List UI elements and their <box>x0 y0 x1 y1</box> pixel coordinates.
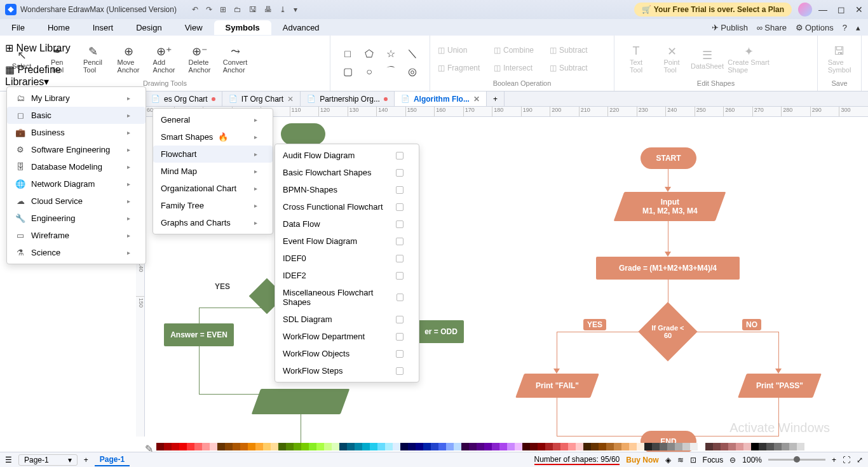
color-swatch[interactable] <box>385 443 393 450</box>
predefine-libraries-button[interactable]: ▦ Predefine Libraries▾ <box>5 64 94 88</box>
rounded-square-icon[interactable]: ▢ <box>338 64 357 79</box>
combine-button[interactable]: ◫ Combine <box>491 42 546 58</box>
open-icon[interactable]: 🗀 <box>234 5 241 14</box>
color-swatch[interactable] <box>522 443 530 450</box>
add-tab-button[interactable]: + <box>487 91 505 106</box>
color-swatch[interactable] <box>408 443 416 450</box>
star-shape-icon[interactable]: ☆ <box>381 46 400 62</box>
lib-menu-item[interactable]: ◻Basic▸ <box>7 107 146 124</box>
color-swatch[interactable] <box>362 443 370 450</box>
color-swatch[interactable] <box>278 443 286 450</box>
color-swatch[interactable] <box>339 443 347 450</box>
color-swatch[interactable] <box>431 443 438 450</box>
color-swatch[interactable] <box>271 443 278 450</box>
add-page-button[interactable]: + <box>84 456 88 464</box>
color-swatch[interactable] <box>759 443 766 450</box>
lib-menu-item[interactable]: 🌐Network Diagram▸ <box>7 175 146 193</box>
minimize-button[interactable]: — <box>818 4 827 15</box>
color-swatch[interactable] <box>225 443 233 450</box>
page-selector[interactable]: Page-1▾ <box>18 454 78 466</box>
spiral-shape-icon[interactable]: ◎ <box>403 64 422 79</box>
color-swatch[interactable] <box>682 443 690 450</box>
sub-menu-item[interactable]: Organizational Chart▸ <box>153 180 273 197</box>
color-swatch[interactable] <box>423 443 431 450</box>
undo-icon[interactable]: ↶ <box>192 5 198 14</box>
color-swatch[interactable] <box>621 443 629 450</box>
menu-tab-insert[interactable]: Insert <box>81 20 125 35</box>
lib-menu-item[interactable]: 🔧Engineering▸ <box>7 210 146 227</box>
color-swatch[interactable] <box>774 443 782 450</box>
color-swatch[interactable] <box>690 443 698 450</box>
color-swatch[interactable] <box>461 443 469 450</box>
doc-tab[interactable]: 📄Partnership Org... <box>301 91 395 106</box>
move-anchor-tool[interactable]: ⊕Move Anchor <box>112 44 145 74</box>
color-swatch[interactable] <box>446 443 454 450</box>
more-icon[interactable]: ▾ <box>294 5 297 14</box>
color-swatch[interactable] <box>530 443 538 450</box>
options-button[interactable]: ⚙ Options <box>796 23 834 32</box>
color-swatch[interactable] <box>355 443 362 450</box>
start-terminal[interactable]: START <box>641 147 696 169</box>
flow-menu-item[interactable]: IDEF2 <box>275 267 419 284</box>
color-swatch[interactable] <box>629 443 637 450</box>
fragment-button[interactable]: ◫ Fragment <box>435 60 490 76</box>
convert-anchor-tool[interactable]: ⤳Convert Anchor <box>219 44 252 74</box>
color-swatch[interactable] <box>736 443 743 450</box>
color-swatch[interactable] <box>324 443 332 450</box>
flow-menu-item[interactable]: WorkFlow Steps <box>275 362 419 379</box>
flow-menu-item[interactable]: Audit Flow Diagram <box>275 147 419 164</box>
lib-menu-item[interactable]: ▭Wireframe▸ <box>7 227 146 244</box>
color-swatch[interactable] <box>545 443 553 450</box>
redo-icon[interactable]: ↷ <box>206 5 212 14</box>
menu-tab-symbols[interactable]: Symbols <box>214 20 271 35</box>
answer-even-box[interactable]: Answer = EVEN <box>164 323 234 346</box>
flow-menu-item[interactable]: Basic Flowchart Shapes <box>275 164 419 181</box>
print-icon[interactable]: 🖶 <box>264 5 272 14</box>
save-symbol[interactable]: 🖫Save Symbol <box>823 44 856 74</box>
trial-banner[interactable]: 🛒 Your Free Trial is over. Select a Plan <box>634 3 792 17</box>
color-swatch[interactable] <box>713 443 721 450</box>
color-swatch[interactable] <box>492 443 499 450</box>
collapse-ribbon-icon[interactable]: ▴ <box>856 23 860 32</box>
close-button[interactable]: ✕ <box>855 4 863 15</box>
flowchart-io[interactable] <box>252 389 350 414</box>
menu-tab-home[interactable]: Home <box>36 20 81 35</box>
lib-menu-item[interactable]: ☁Cloud Service▸ <box>7 193 146 210</box>
color-swatch[interactable] <box>782 443 789 450</box>
delete-anchor-tool[interactable]: ⊕⁻Delete Anchor <box>183 44 216 74</box>
color-swatch[interactable] <box>400 443 408 450</box>
avatar[interactable] <box>798 3 812 17</box>
color-swatch[interactable] <box>789 443 797 450</box>
color-swatch[interactable] <box>179 443 187 450</box>
color-swatch[interactable] <box>644 443 652 450</box>
print-pass[interactable]: Print "PASS" <box>738 374 822 398</box>
color-swatch[interactable] <box>652 443 660 450</box>
color-swatch[interactable] <box>751 443 759 450</box>
grade-process[interactable]: Grade = (M1+M2+M3+M4)/4 <box>596 257 740 280</box>
color-swatch[interactable] <box>583 443 591 450</box>
color-swatch[interactable] <box>553 443 560 450</box>
color-swatch[interactable] <box>255 443 263 450</box>
sub-menu-item[interactable]: Flowchart▸ <box>153 146 273 163</box>
color-swatch[interactable] <box>248 443 255 450</box>
menu-tab-design[interactable]: Design <box>125 20 173 35</box>
share-button[interactable]: ∞ Share <box>757 23 787 32</box>
line-shape-icon[interactable]: ＼ <box>403 46 422 62</box>
point-tool[interactable]: ✕Point Tool <box>655 44 688 74</box>
doc-tab[interactable]: 📄es Org Chart <box>145 91 222 106</box>
color-swatch[interactable] <box>705 443 713 450</box>
maximize-button[interactable]: ◻ <box>837 4 845 15</box>
focus-icon[interactable]: ⊡ <box>690 456 696 464</box>
color-swatch[interactable] <box>515 443 522 450</box>
color-swatch[interactable] <box>637 443 644 450</box>
add-anchor-tool[interactable]: ⊕⁺Add Anchor <box>147 44 180 74</box>
color-swatch[interactable] <box>294 443 301 450</box>
color-swatch[interactable] <box>797 443 804 450</box>
export-icon[interactable]: ⤓ <box>280 5 286 14</box>
flow-menu-item[interactable]: BPMN-Shapes <box>275 181 419 198</box>
fullscreen-icon[interactable]: ⤢ <box>857 456 863 464</box>
zoom-slider[interactable] <box>768 459 825 461</box>
color-swatch[interactable] <box>477 443 484 450</box>
color-swatch[interactable] <box>301 443 309 450</box>
fit-page-icon[interactable]: ⛶ <box>843 456 850 464</box>
